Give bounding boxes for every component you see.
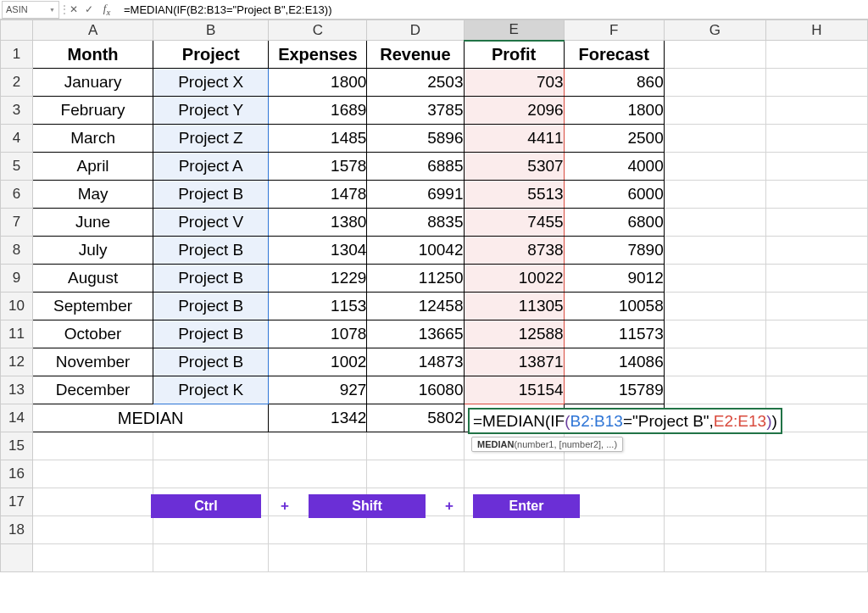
cell[interactable] (765, 125, 867, 153)
cell[interactable]: 11573 (564, 320, 664, 348)
cell[interactable]: 10058 (564, 293, 664, 320)
col-header[interactable]: E (464, 20, 564, 41)
row-header[interactable]: 16 (1, 460, 33, 488)
cell[interactable]: 927 (269, 376, 367, 404)
cell[interactable]: Project B (153, 237, 269, 265)
row-header[interactable]: 3 (1, 97, 33, 125)
cell[interactable]: Project K (153, 376, 269, 404)
row-header[interactable]: 10 (1, 293, 33, 320)
cell[interactable] (765, 293, 867, 320)
cell[interactable]: 1800 (564, 97, 664, 125)
row-header[interactable]: 14 (1, 404, 33, 432)
cell[interactable] (564, 460, 664, 488)
cell[interactable]: 16080 (367, 376, 464, 404)
cell[interactable] (664, 293, 765, 320)
cell[interactable] (765, 460, 867, 488)
cell[interactable]: 5513 (464, 181, 564, 209)
cell[interactable]: 7890 (564, 237, 664, 265)
cell[interactable] (664, 488, 765, 516)
cell[interactable] (269, 544, 367, 572)
cell[interactable]: 8738 (464, 237, 564, 265)
cell[interactable] (367, 460, 464, 488)
cell[interactable] (765, 265, 867, 293)
cell[interactable] (765, 41, 867, 69)
row-header[interactable]: 15 (1, 432, 33, 460)
cell[interactable]: 14086 (564, 348, 664, 376)
cell[interactable]: 9012 (564, 265, 664, 293)
cell[interactable] (765, 181, 867, 209)
cell[interactable]: 11305 (464, 293, 564, 320)
cell[interactable]: 1229 (269, 265, 367, 293)
cell[interactable] (367, 544, 464, 572)
cell[interactable]: 5802 (367, 404, 464, 432)
cell[interactable] (153, 516, 269, 544)
cell[interactable]: 13665 (367, 320, 464, 348)
cell[interactable]: Project (153, 41, 269, 69)
cell[interactable]: Project B (153, 320, 269, 348)
cell[interactable] (33, 432, 153, 460)
name-box[interactable]: ASIN ▼ (2, 1, 59, 19)
cell[interactable]: 703 (464, 69, 564, 97)
cell[interactable]: 1485 (269, 125, 367, 153)
cell[interactable] (765, 432, 867, 460)
row-header[interactable] (1, 544, 33, 572)
cell[interactable]: 1478 (269, 181, 367, 209)
cell[interactable] (765, 69, 867, 97)
formula-bar-input[interactable]: =MEDIAN(IF(B2:B13="Project B",E2:E13)) (117, 3, 868, 16)
cell[interactable] (765, 544, 867, 572)
cell[interactable] (33, 516, 153, 544)
cell[interactable]: 7455 (464, 209, 564, 237)
cell[interactable] (269, 460, 367, 488)
cell[interactable]: 8835 (367, 209, 464, 237)
chevron-down-icon[interactable]: ▼ (49, 7, 55, 13)
row-header[interactable]: 1 (1, 41, 33, 69)
cell[interactable] (765, 153, 867, 181)
cell[interactable] (664, 516, 765, 544)
cell[interactable]: Profit (464, 41, 564, 69)
row-header[interactable]: 17 (1, 488, 33, 516)
row-header[interactable]: 5 (1, 153, 33, 181)
cell[interactable]: 4000 (564, 153, 664, 181)
cell[interactable] (33, 544, 153, 572)
col-header[interactable]: B (153, 20, 269, 41)
cell[interactable]: 15154 (464, 376, 564, 404)
cell[interactable]: 6991 (367, 181, 464, 209)
cell[interactable] (664, 237, 765, 265)
cell[interactable]: 1078 (269, 320, 367, 348)
cell[interactable] (664, 320, 765, 348)
row-header[interactable]: 13 (1, 376, 33, 404)
cell[interactable]: 13871 (464, 348, 564, 376)
cell[interactable]: 1153 (269, 293, 367, 320)
cell[interactable]: September (33, 293, 153, 320)
row-header[interactable]: 4 (1, 125, 33, 153)
row-header[interactable]: 12 (1, 348, 33, 376)
cell[interactable]: 4411 (464, 125, 564, 153)
cell[interactable] (153, 460, 269, 488)
cell[interactable]: 860 (564, 69, 664, 97)
cell[interactable] (367, 516, 464, 544)
row-header[interactable]: 7 (1, 209, 33, 237)
row-header[interactable]: 9 (1, 265, 33, 293)
cell[interactable]: Project B (153, 348, 269, 376)
cell[interactable]: 6800 (564, 209, 664, 237)
cell[interactable]: 1380 (269, 209, 367, 237)
cell[interactable] (153, 544, 269, 572)
cell[interactable]: 6885 (367, 153, 464, 181)
cell[interactable]: Project B (153, 293, 269, 320)
cell[interactable] (664, 348, 765, 376)
cell[interactable]: Project X (153, 69, 269, 97)
accept-formula-icon[interactable]: ✓ (81, 3, 97, 15)
cell[interactable]: 2500 (564, 125, 664, 153)
cell[interactable]: 12458 (367, 293, 464, 320)
cell[interactable]: Project A (153, 153, 269, 181)
row-header[interactable]: 11 (1, 320, 33, 348)
cell[interactable]: Project V (153, 209, 269, 237)
cell[interactable]: 10022 (464, 265, 564, 293)
cell[interactable]: 14873 (367, 348, 464, 376)
cell[interactable]: 3785 (367, 97, 464, 125)
cell[interactable]: December (33, 376, 153, 404)
cell-edit-overlay[interactable]: =MEDIAN(IF(B2:B13="Project B",E2:E13)) (468, 408, 782, 434)
cell[interactable]: Month (33, 41, 153, 69)
cell[interactable] (765, 209, 867, 237)
cell[interactable]: 2503 (367, 69, 464, 97)
